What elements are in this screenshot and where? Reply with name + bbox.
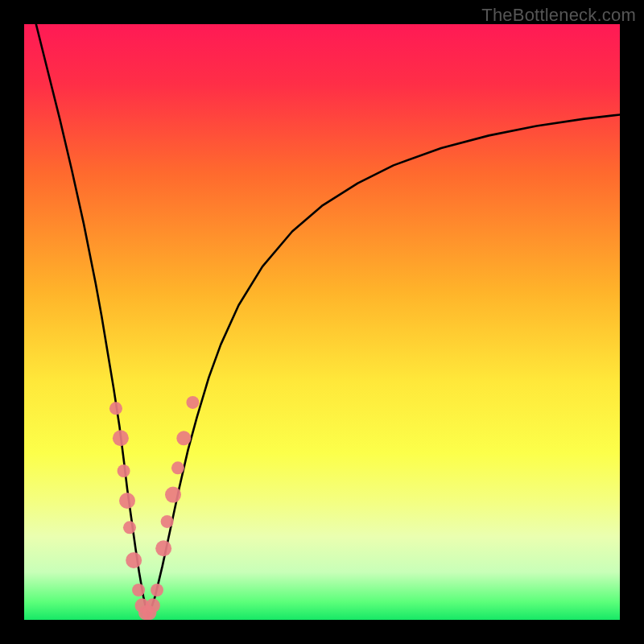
plot-area: [24, 24, 620, 620]
data-point-marker: [146, 598, 160, 613]
data-point-marker: [118, 464, 130, 477]
data-point-marker: [123, 521, 136, 534]
data-point-marker: [186, 396, 199, 409]
data-point-marker: [161, 515, 174, 528]
data-point-marker: [113, 430, 129, 446]
data-point-marker: [176, 431, 191, 445]
watermark-text: TheBottleneck.com: [481, 5, 636, 26]
data-point-marker: [155, 540, 171, 556]
gradient-background: [24, 24, 620, 620]
chart-frame: TheBottleneck.com: [0, 0, 644, 644]
data-point-marker: [165, 487, 181, 503]
data-point-marker: [126, 552, 142, 568]
data-point-marker: [171, 461, 184, 474]
data-point-marker: [109, 402, 122, 415]
data-point-marker: [151, 584, 163, 597]
data-point-marker: [119, 493, 135, 509]
chart-svg: [24, 24, 620, 620]
data-point-marker: [132, 584, 145, 597]
